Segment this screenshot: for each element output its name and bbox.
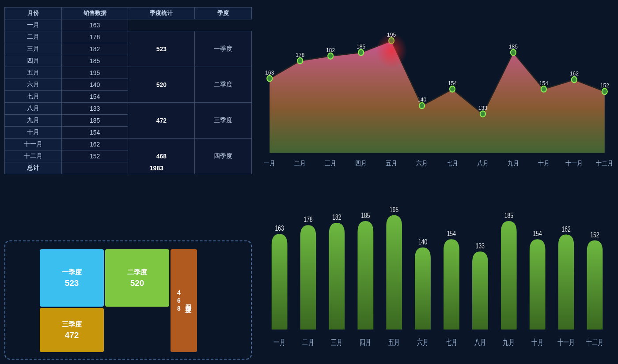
svg-text:十一月: 十一月 — [557, 338, 575, 346]
quarter-total-cell: 472 — [128, 103, 195, 139]
q3-value: 472 — [65, 330, 79, 340]
col-header-month: 月份 — [5, 8, 62, 19]
quarter-total-cell: 523 — [128, 31, 195, 67]
value-cell: 152 — [61, 150, 128, 162]
total-label-cell: 总计 — [5, 162, 62, 174]
svg-text:185: 185 — [356, 43, 365, 50]
col-header-quarter-name: 季度 — [195, 8, 252, 19]
right-panel: 一月二月三月四月五月六月七月八月九月十月十一月十二月 1631781821851… — [256, 4, 614, 360]
svg-text:178: 178 — [296, 51, 304, 58]
q1-value: 523 — [65, 278, 79, 288]
q4-value: 468 — [175, 289, 182, 313]
line-chart-container: 一月二月三月四月五月六月七月八月九月十月十一月十二月 1631781821851… — [256, 8, 614, 168]
svg-text:七月: 七月 — [446, 338, 458, 346]
value-cell: 185 — [61, 55, 128, 67]
svg-text:二月: 二月 — [302, 338, 314, 346]
main-container: 月份 销售数据 季度统计 季度 一月163二月178523一季度三月182四月1… — [0, 0, 618, 364]
svg-text:四月: 四月 — [360, 338, 372, 346]
quarter-name-cell: 一季度 — [195, 31, 252, 67]
svg-text:133: 133 — [476, 242, 485, 250]
svg-text:五月: 五月 — [386, 159, 397, 167]
month-cell: 十一月 — [5, 139, 62, 150]
svg-point-10 — [572, 77, 577, 83]
svg-text:185: 185 — [509, 43, 518, 50]
q3-label: 三季度 — [62, 320, 82, 329]
svg-point-12 — [376, 33, 407, 68]
col-header-quarter-total: 季度统计 — [128, 8, 195, 19]
svg-text:154: 154 — [533, 229, 542, 237]
svg-text:十月: 十月 — [538, 159, 550, 167]
svg-text:163: 163 — [275, 224, 284, 232]
svg-text:185: 185 — [361, 211, 370, 219]
bar-chart-section: 163178182185195140154133185154162152 一月二… — [256, 184, 614, 360]
month-cell: 九月 — [5, 115, 62, 127]
svg-text:163: 163 — [265, 69, 274, 76]
q2-label: 二季度 — [127, 268, 147, 277]
svg-text:十二月: 十二月 — [596, 159, 614, 167]
svg-text:182: 182 — [326, 46, 335, 53]
svg-text:八月: 八月 — [477, 159, 489, 167]
q1-cell: 一季度 523 — [40, 249, 104, 307]
svg-text:九月: 九月 — [503, 338, 515, 346]
value-cell: 154 — [61, 127, 128, 139]
svg-text:七月: 七月 — [447, 159, 458, 167]
month-cell: 八月 — [5, 103, 62, 115]
month-cell: 四月 — [5, 55, 62, 67]
svg-text:六月: 六月 — [416, 159, 428, 167]
month-cell: 七月 — [5, 91, 62, 103]
month-cell: 三月 — [5, 43, 62, 55]
svg-point-1 — [297, 58, 303, 64]
svg-text:185: 185 — [504, 211, 513, 219]
svg-text:二月: 二月 — [294, 159, 306, 167]
svg-text:162: 162 — [561, 225, 570, 233]
value-cell: 195 — [61, 67, 128, 79]
svg-text:133: 133 — [478, 104, 487, 111]
svg-text:八月: 八月 — [474, 338, 486, 346]
value-cell: 182 — [61, 43, 128, 55]
svg-text:九月: 九月 — [508, 159, 519, 167]
month-cell: 二月 — [5, 31, 62, 43]
svg-text:152: 152 — [590, 230, 599, 238]
quarter-total-cell: 520 — [128, 67, 195, 103]
svg-text:六月: 六月 — [417, 338, 429, 346]
svg-point-7 — [480, 111, 485, 117]
svg-point-5 — [419, 103, 425, 109]
value-cell: 162 — [61, 139, 128, 150]
month-cell: 十二月 — [5, 150, 62, 162]
svg-text:十二月: 十二月 — [586, 338, 604, 346]
value-cell: 163 — [61, 19, 128, 31]
svg-text:195: 195 — [387, 31, 396, 38]
bar-chart-container: 163178182185195140154133185154162152 一月二… — [256, 188, 614, 348]
svg-text:154: 154 — [447, 229, 456, 237]
total-value-cell: 1983 — [61, 162, 251, 174]
q2-value: 520 — [130, 278, 144, 288]
month-cell: 六月 — [5, 79, 62, 91]
waffle-chart: 一季度 523 二季度 520 四季度 468 三季度 472 — [40, 249, 208, 351]
svg-text:154: 154 — [448, 79, 457, 86]
svg-text:162: 162 — [570, 70, 579, 77]
svg-point-3 — [358, 49, 364, 56]
svg-text:195: 195 — [390, 205, 398, 213]
svg-text:十月: 十月 — [531, 338, 543, 346]
value-cell: 140 — [61, 79, 128, 91]
q4-label: 四季度 — [184, 300, 192, 302]
q4-cell: 四季度 468 — [171, 249, 197, 352]
value-cell: 178 — [61, 31, 128, 43]
svg-text:五月: 五月 — [388, 338, 400, 346]
svg-text:154: 154 — [539, 79, 548, 86]
table-section: 月份 销售数据 季度统计 季度 一月163二月178523一季度三月182四月1… — [4, 4, 252, 236]
svg-point-0 — [267, 75, 272, 82]
svg-text:一月: 一月 — [264, 159, 275, 167]
line-chart-section: 一月二月三月四月五月六月七月八月九月十月十一月十二月 1631781821851… — [256, 4, 614, 180]
month-cell: 五月 — [5, 67, 62, 79]
q3-cell: 三季度 472 — [40, 308, 104, 352]
value-cell: 133 — [61, 103, 128, 115]
svg-text:十一月: 十一月 — [565, 159, 583, 167]
svg-text:140: 140 — [418, 237, 427, 245]
q2-cell: 二季度 520 — [105, 249, 169, 307]
svg-text:182: 182 — [332, 213, 341, 221]
svg-point-9 — [541, 86, 546, 92]
svg-text:四月: 四月 — [355, 159, 367, 167]
svg-text:178: 178 — [303, 215, 312, 223]
value-cell: 154 — [61, 91, 128, 103]
